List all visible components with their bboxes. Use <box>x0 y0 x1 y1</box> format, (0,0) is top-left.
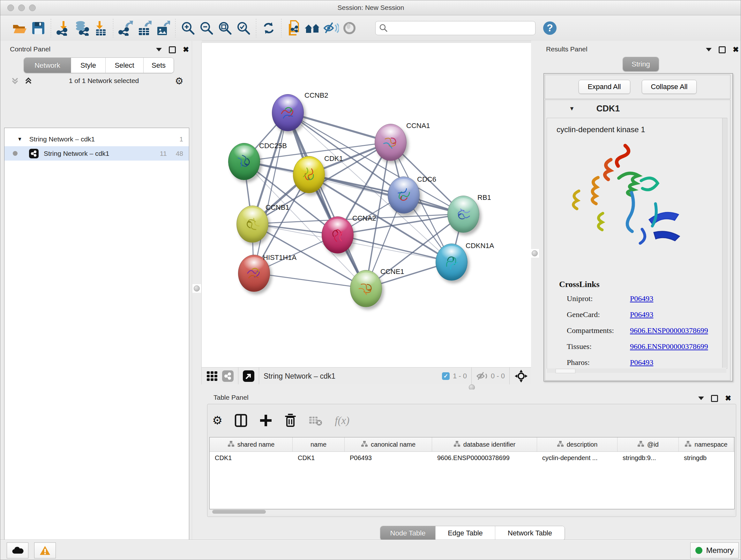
expand-all-button[interactable]: Expand All <box>579 80 630 94</box>
tab-string[interactable]: String <box>623 57 659 71</box>
table-cell[interactable]: CDK1 <box>210 452 293 465</box>
table-cell[interactable]: cyclin-dependent ... <box>537 452 617 465</box>
column-header-database-identifier[interactable]: database identifier <box>432 437 537 451</box>
network-node-CCNA2[interactable] <box>322 216 354 253</box>
refresh-icon[interactable] <box>259 18 278 38</box>
cloud-status-button[interactable] <box>7 543 28 558</box>
column-header-canonical-name[interactable]: canonical name <box>345 437 432 451</box>
gene-section-header[interactable]: ▼ CDK1 <box>545 100 730 118</box>
crosslink-value-link[interactable]: 9606.ENSP00000378699 <box>630 342 708 351</box>
tab-node-table[interactable]: Node Table <box>381 526 435 540</box>
hide-unhide-icon[interactable] <box>322 18 340 38</box>
delete-column-trash-icon[interactable] <box>284 414 296 428</box>
toggle-view-icon[interactable] <box>340 18 359 38</box>
column-header-name[interactable]: name <box>293 437 345 451</box>
import-table-icon[interactable] <box>91 18 110 38</box>
crosslink-value-link[interactable]: P06493 <box>630 310 653 319</box>
table-scrollbar-thumb[interactable] <box>212 510 266 514</box>
export-table-icon[interactable] <box>135 18 153 38</box>
horizontal-splitter[interactable] <box>201 384 531 389</box>
zoom-out-icon[interactable] <box>197 18 216 38</box>
tab-edge-table[interactable]: Edge Table <box>435 526 495 540</box>
fit-selected-crosshair-icon[interactable] <box>514 369 528 383</box>
network-node-CCNB2[interactable] <box>272 94 304 131</box>
network-node-RB1[interactable] <box>448 196 479 233</box>
open-session-icon[interactable] <box>10 18 29 38</box>
expand-all-icon[interactable] <box>24 76 33 85</box>
network-node-CDKN1A[interactable] <box>435 244 468 281</box>
table-cell[interactable]: stringdb:9... <box>617 452 679 465</box>
undock-panel-icon[interactable] <box>711 395 718 402</box>
network-node-CCNA1[interactable] <box>375 124 407 161</box>
column-header-description[interactable]: description <box>537 437 617 451</box>
grid-view-icon[interactable] <box>206 370 218 382</box>
zoom-fit-icon[interactable] <box>216 18 234 38</box>
close-panel-icon[interactable]: ✖ <box>183 46 189 53</box>
crosslink-value-link[interactable]: 9606.ENSP00000378699 <box>630 326 708 335</box>
close-panel-icon[interactable]: ✖ <box>725 395 731 402</box>
network-collection-row[interactable]: ▼ String Network – cdk1 1 <box>4 132 189 146</box>
float-panel-icon[interactable] <box>698 396 704 400</box>
zoom-selected-icon[interactable] <box>234 18 253 38</box>
network-node-CDK1[interactable] <box>293 156 325 193</box>
table-cell[interactable]: P06493 <box>345 452 432 465</box>
search-input[interactable] <box>388 24 524 32</box>
undock-panel-icon[interactable] <box>169 46 176 53</box>
float-panel-icon[interactable] <box>706 48 712 51</box>
tab-sets[interactable]: Sets <box>144 58 174 73</box>
table-settings-gear-icon[interactable]: ⚙ <box>212 414 222 427</box>
import-network-file-icon[interactable] <box>54 18 73 38</box>
collection-expand-icon[interactable]: ▼ <box>17 136 22 142</box>
left-splitter[interactable] <box>192 41 202 540</box>
column-header-@id[interactable]: @id <box>617 437 679 451</box>
table-row[interactable]: CDK1CDK1P064939606.ENSP00000378699cyclin… <box>210 452 734 465</box>
search-bar[interactable] <box>375 21 536 35</box>
section-expand-icon[interactable]: ▼ <box>569 105 575 112</box>
birds-eye-view-icon[interactable] <box>222 370 233 382</box>
table-horizontal-scrollbar[interactable] <box>210 509 734 515</box>
help-icon[interactable]: ? <box>541 18 559 38</box>
import-network-database-icon[interactable] <box>73 18 91 38</box>
float-panel-icon[interactable] <box>156 48 162 51</box>
crosslink-value-link[interactable]: P06493 <box>630 294 653 303</box>
splitter-grip[interactable] <box>530 249 539 258</box>
table-header-row: shared namenamecanonical namedatabase id… <box>210 437 734 452</box>
undock-panel-icon[interactable] <box>719 46 726 53</box>
show-columns-icon[interactable] <box>234 414 247 428</box>
export-network-icon[interactable] <box>117 18 135 38</box>
tab-style[interactable]: Style <box>71 58 106 73</box>
zoom-in-icon[interactable] <box>179 18 197 38</box>
tab-network-table[interactable]: Network Table <box>495 526 564 540</box>
tab-select[interactable]: Select <box>106 58 144 73</box>
network-options-gear-icon[interactable]: ⚙ <box>175 75 184 86</box>
network-node-CCNB1[interactable] <box>237 206 268 243</box>
close-panel-icon[interactable]: ✖ <box>733 46 739 53</box>
splitter-grip[interactable] <box>192 284 201 293</box>
network-node-CCNE1[interactable] <box>350 270 382 307</box>
open-in-window-icon[interactable] <box>243 370 254 382</box>
clone-network-icon[interactable] <box>285 18 303 38</box>
network-node-CDC25B[interactable] <box>228 143 260 180</box>
warnings-button[interactable] <box>34 543 56 558</box>
crosslink-value-link[interactable]: P06493 <box>630 358 653 367</box>
results-vertical-scrollbar[interactable] <box>722 118 727 368</box>
home-view-icon[interactable] <box>303 18 322 38</box>
table-cell[interactable]: stringdb <box>679 452 734 465</box>
save-session-icon[interactable] <box>29 18 48 38</box>
toolbar-separator <box>175 19 176 37</box>
column-header-namespace[interactable]: namespace <box>679 437 734 451</box>
table-cell[interactable]: 9606.ENSP00000378699 <box>432 452 537 465</box>
tab-network[interactable]: Network <box>24 58 71 73</box>
network-row-selected[interactable]: String Network – cdk1 11 48 <box>4 146 189 161</box>
column-header-shared-name[interactable]: shared name <box>210 437 293 451</box>
add-column-icon[interactable] <box>259 414 272 427</box>
export-image-icon[interactable] <box>153 18 172 38</box>
memory-button[interactable]: Memory <box>690 543 739 558</box>
selected-checkbox-icon[interactable]: ✓ <box>442 372 450 380</box>
table-cell[interactable]: CDK1 <box>293 452 345 465</box>
results-scrollbar-thumb[interactable] <box>556 369 576 373</box>
collapse-all-icon[interactable] <box>10 76 19 85</box>
network-node-CDC6[interactable] <box>388 177 420 213</box>
network-canvas[interactable]: CCNB2CCNA1CDC25BCDK1CDC6RB1CCNB1CCNA2CDK… <box>201 43 532 368</box>
collapse-all-button[interactable]: Collapse All <box>642 80 697 94</box>
